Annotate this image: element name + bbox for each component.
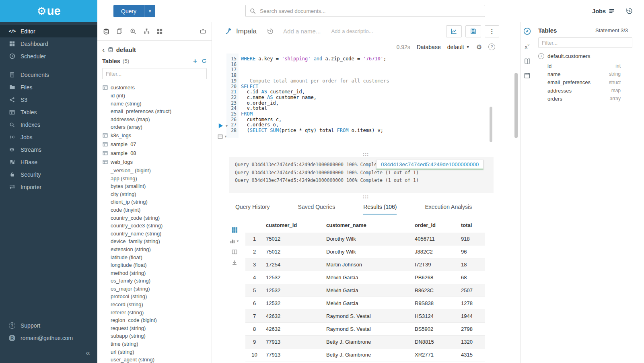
- documents-copy-icon[interactable]: [117, 28, 123, 34]
- tab-saved-queries[interactable]: Saved Queries: [298, 204, 335, 214]
- column-tree-item[interactable]: addresses (map): [102, 116, 207, 124]
- jobs-link[interactable]: Jobs: [592, 8, 615, 14]
- column-tree-item[interactable]: time (string): [102, 340, 207, 348]
- sidebar-item-support[interactable]: ?Support: [0, 319, 97, 332]
- back-chevron-icon[interactable]: ‹: [102, 45, 105, 54]
- assist-column-addresses[interactable]: addressesmap: [538, 87, 640, 95]
- result-column-header-customer-id[interactable]: customer_id: [263, 217, 324, 233]
- sidebar-item-jobs[interactable]: Jobs: [0, 131, 97, 143]
- new-query-button-label[interactable]: Query: [113, 5, 144, 17]
- hue-logo[interactable]: ⚙ ue: [0, 0, 97, 22]
- column-tree-item[interactable]: code (tinyint): [102, 206, 207, 214]
- assist-column-orders[interactable]: ordersarray: [538, 95, 640, 103]
- execute-options-caret-icon[interactable]: ▼: [225, 124, 228, 128]
- table-tree-item-sample-07[interactable]: sample_07: [102, 140, 207, 149]
- column-tree-item[interactable]: country_name (string): [102, 230, 207, 238]
- column-tree-item[interactable]: id (int): [102, 92, 207, 100]
- snippet-menu-button[interactable]: ▼: [218, 134, 227, 139]
- sidebar-item-indexes[interactable]: Indexes: [0, 118, 97, 131]
- column-tree-item[interactable]: extension (string): [102, 245, 207, 254]
- more-actions-button[interactable]: ⋮: [485, 25, 499, 37]
- sidebar-item-tables[interactable]: Tables: [0, 106, 97, 118]
- resize-handle[interactable]: ••••••: [212, 195, 520, 199]
- download-button[interactable]: [232, 260, 237, 266]
- sidebar-item-documents[interactable]: Documents: [0, 68, 97, 81]
- active-table-name[interactable]: default.customers: [547, 53, 591, 59]
- table-tree-item-sample-08[interactable]: sample_08: [102, 149, 207, 158]
- query-description-field[interactable]: Add a descriptio...: [331, 28, 373, 34]
- column-tree-item[interactable]: client_ip (string): [102, 198, 207, 206]
- briefcase-icon[interactable]: [200, 28, 206, 34]
- query-name-field[interactable]: Add a name...: [283, 28, 321, 35]
- column-tree-item[interactable]: latitude (float): [102, 254, 207, 262]
- column-tree-item[interactable]: name (string): [102, 100, 207, 108]
- database-breadcrumb[interactable]: ‹ default: [102, 44, 207, 55]
- column-tree-item[interactable]: longitude (float): [102, 261, 207, 269]
- hierarchy-icon[interactable]: [144, 28, 150, 34]
- sidebar-item-files[interactable]: Files: [0, 81, 97, 93]
- sidebar-item-security[interactable]: Security: [0, 168, 97, 181]
- apps-grid-icon[interactable]: [157, 29, 163, 34]
- language-reference-book-icon[interactable]: [524, 58, 531, 64]
- tables-filter-input[interactable]: [102, 68, 207, 79]
- save-button[interactable]: [465, 25, 481, 37]
- sidebar-item-streams[interactable]: Streams: [0, 143, 97, 156]
- column-tree-item[interactable]: country_code3 (string): [102, 222, 207, 230]
- column-tree-item[interactable]: app (string): [102, 175, 207, 183]
- sidebar-item-hbase[interactable]: HBase: [0, 156, 97, 168]
- chart-view-button[interactable]: ▼: [230, 238, 239, 244]
- sidebar-item-s3[interactable]: S3: [0, 93, 97, 106]
- column-tree-item[interactable]: device_family (string): [102, 237, 207, 245]
- query-dropdown-caret-icon[interactable]: ▼: [144, 5, 155, 17]
- snippet-history-icon[interactable]: [267, 28, 274, 35]
- column-tree-item[interactable]: protocol (string): [102, 293, 207, 301]
- execute-button[interactable]: ▼: [218, 123, 228, 129]
- page-scrollbar[interactable]: [514, 73, 518, 138]
- explore-compass-icon[interactable]: [523, 27, 531, 35]
- column-tree-item[interactable]: email_preferences (struct): [102, 107, 207, 116]
- assist-column-name[interactable]: namestring: [538, 70, 640, 78]
- calendar-icon[interactable]: [524, 72, 530, 78]
- databases-icon[interactable]: [103, 28, 109, 35]
- database-name[interactable]: default: [116, 46, 136, 53]
- sidebar-collapse-button[interactable]: «: [0, 344, 97, 357]
- zoom-in-icon[interactable]: [130, 28, 136, 35]
- column-tree-item[interactable]: request (string): [102, 324, 207, 332]
- assist-column-email-preferences[interactable]: email_preferencesstruct: [538, 78, 640, 87]
- active-table-row[interactable]: i default.customers: [538, 53, 640, 59]
- refresh-icon[interactable]: [202, 58, 207, 64]
- editor-code[interactable]: WHERE a.key = 'shipping' and a.zip_code …: [241, 56, 389, 134]
- sidebar-item-importer[interactable]: Importer: [0, 181, 97, 193]
- column-tree-item[interactable]: subapp (string): [102, 332, 207, 340]
- add-table-icon[interactable]: +: [193, 58, 197, 64]
- resize-handle[interactable]: ••••••: [212, 153, 520, 157]
- column-tree-item[interactable]: orders (array): [102, 123, 207, 131]
- column-tree-item[interactable]: bytes (smallint): [102, 182, 207, 190]
- column-tree-item[interactable]: record (string): [102, 301, 207, 309]
- global-search[interactable]: [245, 5, 485, 17]
- search-input[interactable]: [259, 8, 481, 14]
- column-tree-item[interactable]: referer (string): [102, 309, 207, 317]
- statement-indicator[interactable]: Statement 3/3: [595, 27, 628, 33]
- tab-execution-analysis[interactable]: Execution Analysis: [425, 204, 472, 214]
- functions-icon[interactable]: x2: [525, 43, 530, 50]
- table-tree-item-k8s-logs[interactable]: k8s_logs: [102, 131, 207, 140]
- help-icon[interactable]: ?: [488, 43, 495, 50]
- query-history-icon[interactable]: [626, 8, 633, 14]
- sidebar-item-romain-gethue-com[interactable]: Rromain@gethue.com: [0, 332, 97, 344]
- column-tree-item[interactable]: user_agent (string): [102, 356, 207, 363]
- table-tree-item-web-logs[interactable]: web_logs: [102, 158, 207, 167]
- grid-view-button[interactable]: [232, 227, 238, 233]
- column-tree-item[interactable]: region_code (bigint): [102, 316, 207, 324]
- result-column-header-order-id[interactable]: order_id: [412, 217, 459, 233]
- column-tree-item[interactable]: country_code (string): [102, 214, 207, 222]
- new-query-button[interactable]: Query ▼: [113, 5, 155, 17]
- right-assist-filter-input[interactable]: [538, 37, 632, 48]
- tab-query-history[interactable]: Query History: [235, 204, 270, 214]
- column-tree-item[interactable]: os_family (string): [102, 277, 207, 285]
- info-icon[interactable]: i: [538, 53, 544, 59]
- result-column-header-total[interactable]: total: [459, 217, 485, 233]
- column-tree-item[interactable]: url (string): [102, 348, 207, 356]
- database-dropdown[interactable]: default ▼: [447, 44, 470, 50]
- assist-column-id[interactable]: idint: [538, 62, 640, 70]
